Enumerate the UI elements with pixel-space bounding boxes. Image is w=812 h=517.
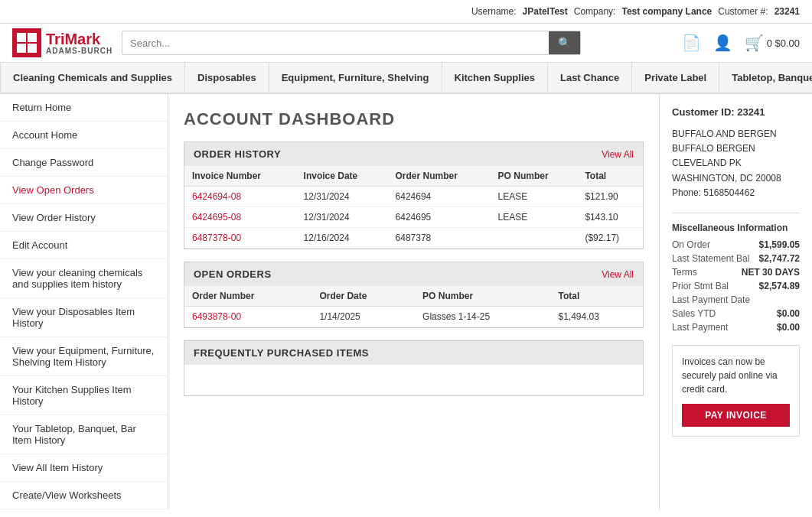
open-orders-table: Order Number Order Date PO Number Total … (184, 286, 643, 327)
customer-id-value: 23241 (737, 106, 765, 118)
oh-row2-po: LEASE (491, 207, 578, 228)
customer-info-block: Customer ID: 23241 BUFFALO AND BERGEN BU… (672, 106, 800, 200)
nav-item-equipment[interactable]: Equipment, Furniture, Shelving (269, 63, 442, 93)
nav-item-private[interactable]: Private Label (632, 63, 719, 93)
oh-row-3: 6487378-00 12/16/2024 6487378 ($92.17) (184, 228, 643, 249)
oh-row3-total: ($92.17) (577, 228, 643, 249)
user-icon[interactable]: 👤 (713, 34, 732, 52)
misc-last-payment: Last Payment $0.00 (672, 322, 800, 333)
open-orders-title: OPEN ORDERS (194, 268, 272, 280)
nav-item-disposables[interactable]: Disposables (185, 63, 269, 93)
open-orders-header: OPEN ORDERS View All (184, 262, 643, 286)
search-input[interactable] (122, 32, 549, 54)
oo-row-1: 6493878-00 1/14/2025 Glasses 1-14-25 $1,… (184, 307, 643, 327)
nav-item-kitchen[interactable]: Kitchen Supplies (442, 63, 548, 93)
sidebar-item-view-order-history[interactable]: View Order History (0, 204, 168, 232)
address-phone: Phone: 5168504462 (672, 186, 800, 200)
oo-col-po-num: PO Number (415, 286, 550, 307)
document-icon[interactable]: 📄 (682, 34, 701, 52)
oh-row2-date: 12/31/2024 (296, 207, 388, 228)
search-button[interactable]: 🔍 (549, 31, 580, 54)
nav-bar: Cleaning Chemicals and Supplies Disposab… (0, 63, 812, 94)
page-title: ACCOUNT DASHBOARD (184, 109, 644, 129)
oo-row1-date: 1/14/2025 (311, 307, 415, 327)
oh-row1-order: 6424694 (388, 187, 491, 207)
oh-row1-po: LEASE (491, 187, 578, 207)
sidebar-item-account-home[interactable]: Account Home (0, 122, 168, 149)
oh-row3-date: 12/16/2024 (296, 228, 388, 249)
oh-row3-po (491, 228, 578, 249)
oh-row-1: 6424694-08 12/31/2024 6424694 LEASE $121… (184, 187, 643, 207)
logo-adams-text: ADAMS-BURCH (41, 47, 113, 55)
svg-rect-2 (17, 44, 26, 53)
oh-row1-date: 12/31/2024 (296, 187, 388, 207)
oo-row1-po: Glasses 1-14-25 (415, 307, 550, 327)
oh-row2-invoice[interactable]: 6424695-08 (184, 207, 296, 228)
oo-row1-order[interactable]: 6493878-00 (184, 307, 311, 327)
top-bar: Username: JPatelTest Company: Test compa… (0, 0, 812, 24)
logo-text: TriMark ADAMS-BURCH (41, 31, 113, 55)
sidebar-item-kitchen-history[interactable]: Your Kitchen Supplies Item History (0, 376, 168, 415)
customer-id-top: 23241 (774, 6, 800, 17)
invoice-note-text: Invoices can now be securely paid online… (682, 355, 790, 396)
sidebar-item-equipment-history[interactable]: View your Equipment, Furniture, Shelving… (0, 337, 168, 376)
sidebar-item-tabletop-history[interactable]: Your Tabletop, Banquet, Bar Item History (0, 415, 168, 454)
oh-col-total: Total (577, 166, 643, 187)
misc-prior-stmt: Prior Stmt Bal $2,574.89 (672, 281, 800, 291)
misc-info-block: Miscellaneous Information On Order $1,59… (672, 213, 800, 333)
oo-col-total: Total (550, 286, 643, 307)
header-row: TriMark ADAMS-BURCH 🔍 📄 👤 🛒 0 $0.00 (0, 24, 812, 63)
oh-col-invoice-num: Invoice Number (184, 166, 296, 187)
misc-terms: Terms NET 30 DAYS (672, 267, 800, 278)
header-icons: 📄 👤 🛒 0 $0.00 (682, 34, 800, 52)
view-open-orders-link[interactable]: View Open Orders (12, 184, 94, 196)
logo[interactable]: TriMark ADAMS-BURCH (12, 28, 113, 57)
company-label: Company: (574, 6, 616, 17)
content-area: ACCOUNT DASHBOARD ORDER HISTORY View All… (168, 94, 659, 509)
open-orders-section: OPEN ORDERS View All Order Number Order … (184, 262, 644, 328)
misc-info-title: Miscellaneous Information (672, 223, 800, 233)
oh-col-order-num: Order Number (388, 166, 491, 187)
username-value: JPatelTest (523, 6, 568, 17)
oo-row1-total: $1,494.03 (550, 307, 643, 327)
company-value: Test company Lance (621, 6, 712, 17)
logo-trimark-text: TriMark (41, 31, 113, 47)
oh-col-po-num: PO Number (491, 166, 578, 187)
oh-row3-order: 6487378 (388, 228, 491, 249)
sidebar-item-return-home[interactable]: Return Home (0, 94, 168, 122)
cart-icon: 🛒 (745, 34, 764, 52)
nav-item-tabletop[interactable]: Tabletop, Banquet, Bar (719, 63, 812, 93)
freq-purchased-section: FREQUENTLY PURCHASED ITEMS (184, 340, 644, 396)
misc-last-statement: Last Statement Bal $2,747.72 (672, 253, 800, 264)
oh-row1-invoice[interactable]: 6424694-08 (184, 187, 296, 207)
sidebar-item-change-password[interactable]: Change Password (0, 149, 168, 177)
pay-invoice-button[interactable]: PAY INVOICE (682, 404, 790, 427)
order-history-header: ORDER HISTORY View All (184, 142, 643, 166)
sidebar-item-worksheets[interactable]: Create/View Worksheets (0, 482, 168, 509)
customer-id-heading: Customer ID: 23241 (672, 106, 800, 118)
oh-row2-total: $143.10 (577, 207, 643, 228)
order-history-view-all[interactable]: View All (602, 149, 634, 160)
main-layout: Return Home Account Home Change Password… (0, 94, 812, 509)
freq-purchased-header: FREQUENTLY PURCHASED ITEMS (184, 341, 643, 365)
nav-item-cleaning[interactable]: Cleaning Chemicals and Supplies (0, 63, 185, 93)
oh-row3-invoice[interactable]: 6487378-00 (184, 228, 296, 249)
cart-button[interactable]: 🛒 0 $0.00 (745, 34, 800, 52)
address-line1: BUFFALO AND BERGEN (672, 127, 800, 141)
sidebar-item-cleaning-history[interactable]: View your cleaning chemicals and supplie… (0, 259, 168, 298)
oh-row2-order: 6424695 (388, 207, 491, 228)
open-orders-view-all[interactable]: View All (602, 269, 634, 280)
nav-item-lastchance[interactable]: Last Chance (548, 63, 632, 93)
svg-rect-0 (17, 33, 26, 42)
sidebar-item-disposables-history[interactable]: View your Disposables Item History (0, 298, 168, 337)
sidebar-item-edit-account[interactable]: Edit Account (0, 232, 168, 259)
customer-address: BUFFALO AND BERGEN BUFFALO BERGEN CLEVEL… (672, 127, 800, 200)
svg-rect-3 (28, 44, 37, 53)
invoice-note-block: Invoices can now be securely paid online… (672, 345, 800, 437)
freq-purchased-body (184, 365, 643, 395)
sidebar-item-all-history[interactable]: View All Item History (0, 454, 168, 482)
sidebar-item-view-open-orders[interactable]: View Open Orders (0, 177, 168, 204)
customer-label: Customer #: (718, 6, 768, 17)
address-line4: WASHINGTON, DC 20008 (672, 171, 800, 186)
oh-row1-total: $121.90 (577, 187, 643, 207)
